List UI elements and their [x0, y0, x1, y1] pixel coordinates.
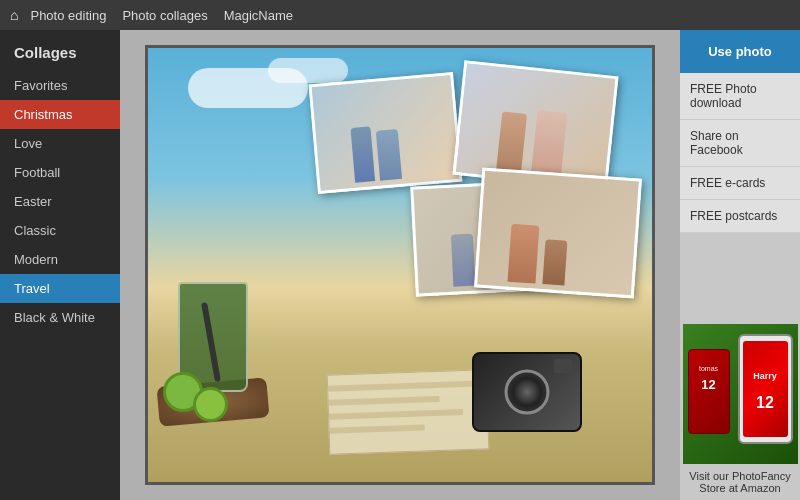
map-paper	[327, 369, 490, 455]
lime-slice-2	[193, 387, 228, 422]
ad-box[interactable]: Harry 12 tomas 12 Visit our PhotoFancy S…	[680, 233, 800, 500]
sidebar-item-easter[interactable]: Easter	[0, 187, 120, 216]
nav-magicname[interactable]: MagicName	[224, 8, 293, 23]
action-free-postcards[interactable]: FREE postcards	[680, 200, 800, 233]
sidebar-item-modern[interactable]: Modern	[0, 245, 120, 274]
use-photo-button[interactable]: Use photo	[680, 30, 800, 73]
right-panel: Use photo FREE Photo download Share on F…	[680, 30, 800, 500]
sidebar-item-christmas[interactable]: Christmas	[0, 100, 120, 129]
photo-tile-4	[474, 168, 642, 299]
sidebar-item-travel[interactable]: Travel	[0, 274, 120, 303]
ad-label: Visit our PhotoFancy Store at Amazon	[680, 464, 800, 500]
jersey-number: 12	[743, 394, 788, 412]
sidebar-item-favorites[interactable]: Favorites	[0, 71, 120, 100]
phone-screen: Harry 12	[743, 341, 788, 437]
phone-mockup: Harry 12	[738, 334, 793, 444]
nav-photo-editing[interactable]: Photo editing	[30, 8, 106, 23]
vintage-camera	[472, 352, 582, 432]
camera-lens	[505, 370, 550, 415]
photo-tile-1	[308, 72, 462, 194]
jersey-name: Harry	[748, 371, 783, 381]
collage-frame	[145, 45, 655, 485]
sidebar: Collages Favorites Christmas Love Footba…	[0, 30, 120, 500]
nav-photo-collages[interactable]: Photo collages	[122, 8, 207, 23]
top-nav: ⌂ Photo editing Photo collages MagicName	[0, 0, 800, 30]
sidebar-title: Collages	[0, 30, 120, 71]
sidebar-item-classic[interactable]: Classic	[0, 216, 120, 245]
sidebar-item-bw[interactable]: Black & White	[0, 303, 120, 332]
sidebar-item-love[interactable]: Love	[0, 129, 120, 158]
home-icon[interactable]: ⌂	[10, 7, 18, 23]
main-layout: Collages Favorites Christmas Love Footba…	[0, 30, 800, 500]
cloud-2	[268, 58, 348, 83]
action-free-download[interactable]: FREE Photo download	[680, 73, 800, 120]
action-free-ecards[interactable]: FREE e-cards	[680, 167, 800, 200]
sidebar-item-football[interactable]: Football	[0, 158, 120, 187]
content-area	[120, 30, 680, 500]
action-share-facebook[interactable]: Share on Facebook	[680, 120, 800, 167]
ad-image: Harry 12 tomas 12	[683, 324, 798, 464]
